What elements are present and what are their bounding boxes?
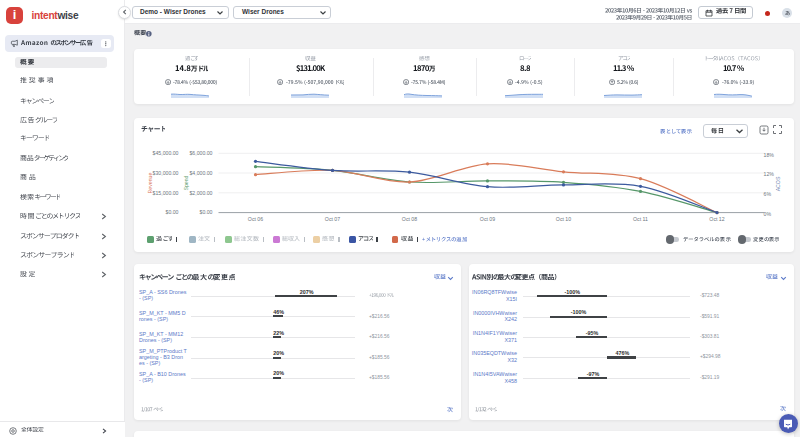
svg-text:Oct 12: Oct 12 <box>709 216 724 222</box>
svg-text:$2,000.00: $2,000.00 <box>189 190 212 196</box>
svg-text:Oct 11: Oct 11 <box>633 216 648 222</box>
svg-text:Oct 10: Oct 10 <box>555 216 570 222</box>
svg-text:Oct 06: Oct 06 <box>247 216 262 222</box>
svg-text:Oct 07: Oct 07 <box>324 216 339 222</box>
svg-text:$45,000.00: $45,000.00 <box>152 150 178 156</box>
svg-text:18%: 18% <box>763 152 774 158</box>
svg-text:$0.00: $0.00 <box>199 209 212 215</box>
svg-text:ACOS: ACOS <box>774 176 780 191</box>
svg-text:0%: 0% <box>763 211 771 217</box>
svg-text:6%: 6% <box>763 191 771 197</box>
svg-text:Revenue: Revenue <box>146 173 152 194</box>
svg-text:$15,000.00: $15,000.00 <box>152 190 178 196</box>
svg-text:$6,000.00: $6,000.00 <box>189 150 212 156</box>
svg-text:Spend: Spend <box>182 175 188 190</box>
svg-text:12%: 12% <box>763 171 774 177</box>
svg-text:$30,000.00: $30,000.00 <box>152 170 178 176</box>
svg-text:$4,000.00: $4,000.00 <box>189 170 212 176</box>
svg-text:Oct 09: Oct 09 <box>479 216 494 222</box>
svg-text:$0.00: $0.00 <box>165 209 178 215</box>
svg-text:Oct 08: Oct 08 <box>401 216 416 222</box>
